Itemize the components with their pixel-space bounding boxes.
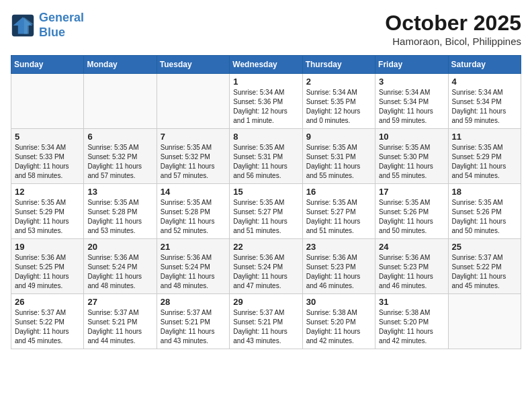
day-number: 24 — [379, 242, 444, 252]
day-info: Sunrise: 5:36 AM Sunset: 5:23 PM Dayligh… — [306, 253, 371, 291]
calendar-cell: 17Sunrise: 5:35 AM Sunset: 5:26 PM Dayli… — [375, 184, 448, 239]
calendar-cell: 24Sunrise: 5:36 AM Sunset: 5:23 PM Dayli… — [375, 239, 448, 294]
calendar-table: SundayMondayTuesdayWednesdayThursdayFrid… — [11, 55, 521, 349]
day-info: Sunrise: 5:37 AM Sunset: 5:21 PM Dayligh… — [87, 308, 152, 346]
day-number: 10 — [379, 132, 444, 142]
weekday-header-saturday: Saturday — [448, 56, 521, 74]
calendar-body: 1Sunrise: 5:34 AM Sunset: 5:36 PM Daylig… — [11, 74, 521, 349]
day-info: Sunrise: 5:35 AM Sunset: 5:27 PM Dayligh… — [233, 198, 298, 236]
day-info: Sunrise: 5:34 AM Sunset: 5:34 PM Dayligh… — [379, 88, 444, 126]
day-info: Sunrise: 5:38 AM Sunset: 5:20 PM Dayligh… — [379, 308, 444, 346]
day-number: 26 — [15, 297, 80, 307]
day-number: 16 — [306, 187, 371, 197]
day-number: 30 — [306, 297, 371, 307]
day-number: 8 — [233, 132, 298, 142]
calendar-cell — [11, 74, 84, 129]
calendar-cell: 19Sunrise: 5:36 AM Sunset: 5:25 PM Dayli… — [11, 239, 84, 294]
calendar-cell: 1Sunrise: 5:34 AM Sunset: 5:36 PM Daylig… — [230, 74, 302, 129]
calendar-cell: 20Sunrise: 5:36 AM Sunset: 5:24 PM Dayli… — [84, 239, 157, 294]
day-number: 4 — [452, 77, 517, 87]
day-number: 28 — [161, 297, 226, 307]
day-info: Sunrise: 5:34 AM Sunset: 5:34 PM Dayligh… — [452, 88, 517, 126]
day-number: 31 — [379, 297, 444, 307]
day-info: Sunrise: 5:38 AM Sunset: 5:20 PM Dayligh… — [306, 308, 371, 346]
calendar-cell: 10Sunrise: 5:35 AM Sunset: 5:30 PM Dayli… — [375, 129, 448, 184]
day-info: Sunrise: 5:34 AM Sunset: 5:35 PM Dayligh… — [306, 88, 371, 126]
day-number: 19 — [15, 242, 80, 252]
day-info: Sunrise: 5:36 AM Sunset: 5:24 PM Dayligh… — [161, 253, 226, 291]
calendar-header: SundayMondayTuesdayWednesdayThursdayFrid… — [11, 56, 521, 74]
day-number: 9 — [306, 132, 371, 142]
day-number: 11 — [452, 132, 517, 142]
day-info: Sunrise: 5:35 AM Sunset: 5:30 PM Dayligh… — [379, 143, 444, 181]
day-info: Sunrise: 5:35 AM Sunset: 5:29 PM Dayligh… — [15, 198, 80, 236]
day-info: Sunrise: 5:35 AM Sunset: 5:28 PM Dayligh… — [161, 198, 226, 236]
day-number: 15 — [233, 187, 298, 197]
calendar-cell: 5Sunrise: 5:34 AM Sunset: 5:33 PM Daylig… — [11, 129, 84, 184]
day-number: 13 — [87, 187, 152, 197]
day-number: 12 — [15, 187, 80, 197]
logo: General Blue — [11, 11, 84, 40]
day-info: Sunrise: 5:35 AM Sunset: 5:32 PM Dayligh… — [161, 143, 226, 181]
calendar-week-5: 26Sunrise: 5:37 AM Sunset: 5:22 PM Dayli… — [11, 294, 521, 349]
weekday-header-monday: Monday — [84, 56, 157, 74]
weekday-header-wednesday: Wednesday — [230, 56, 302, 74]
day-number: 21 — [161, 242, 226, 252]
day-number: 27 — [87, 297, 152, 307]
day-number: 3 — [379, 77, 444, 87]
calendar-week-1: 1Sunrise: 5:34 AM Sunset: 5:36 PM Daylig… — [11, 74, 521, 129]
day-info: Sunrise: 5:35 AM Sunset: 5:27 PM Dayligh… — [306, 198, 371, 236]
calendar-cell: 25Sunrise: 5:37 AM Sunset: 5:22 PM Dayli… — [448, 239, 521, 294]
day-info: Sunrise: 5:35 AM Sunset: 5:31 PM Dayligh… — [306, 143, 371, 181]
calendar-cell: 23Sunrise: 5:36 AM Sunset: 5:23 PM Dayli… — [302, 239, 375, 294]
logo-icon — [11, 13, 35, 38]
calendar-week-4: 19Sunrise: 5:36 AM Sunset: 5:25 PM Dayli… — [11, 239, 521, 294]
day-number: 25 — [452, 242, 517, 252]
day-info: Sunrise: 5:37 AM Sunset: 5:22 PM Dayligh… — [452, 253, 517, 291]
day-number: 5 — [15, 132, 80, 142]
day-number: 18 — [452, 187, 517, 197]
page-header: General Blue October 2025 Hamoraon, Bico… — [11, 11, 521, 47]
day-info: Sunrise: 5:35 AM Sunset: 5:32 PM Dayligh… — [87, 143, 152, 181]
day-info: Sunrise: 5:35 AM Sunset: 5:31 PM Dayligh… — [233, 143, 298, 181]
calendar-cell: 4Sunrise: 5:34 AM Sunset: 5:34 PM Daylig… — [448, 74, 521, 129]
calendar-cell: 15Sunrise: 5:35 AM Sunset: 5:27 PM Dayli… — [230, 184, 302, 239]
calendar-cell — [157, 74, 229, 129]
day-info: Sunrise: 5:35 AM Sunset: 5:29 PM Dayligh… — [452, 143, 517, 181]
day-info: Sunrise: 5:36 AM Sunset: 5:24 PM Dayligh… — [233, 253, 298, 291]
calendar-cell: 27Sunrise: 5:37 AM Sunset: 5:21 PM Dayli… — [84, 294, 157, 349]
day-number: 29 — [233, 297, 298, 307]
day-info: Sunrise: 5:34 AM Sunset: 5:33 PM Dayligh… — [15, 143, 80, 181]
calendar-cell: 11Sunrise: 5:35 AM Sunset: 5:29 PM Dayli… — [448, 129, 521, 184]
weekday-header-friday: Friday — [375, 56, 448, 74]
calendar-cell: 28Sunrise: 5:37 AM Sunset: 5:21 PM Dayli… — [157, 294, 229, 349]
day-number: 17 — [379, 187, 444, 197]
calendar-week-2: 5Sunrise: 5:34 AM Sunset: 5:33 PM Daylig… — [11, 129, 521, 184]
month-title: October 2025 — [385, 11, 521, 36]
day-info: Sunrise: 5:36 AM Sunset: 5:23 PM Dayligh… — [379, 253, 444, 291]
calendar-cell: 18Sunrise: 5:35 AM Sunset: 5:26 PM Dayli… — [448, 184, 521, 239]
calendar-cell: 22Sunrise: 5:36 AM Sunset: 5:24 PM Dayli… — [230, 239, 302, 294]
title-block: October 2025 Hamoraon, Bicol, Philippine… — [385, 11, 521, 47]
calendar-cell: 3Sunrise: 5:34 AM Sunset: 5:34 PM Daylig… — [375, 74, 448, 129]
day-number: 20 — [87, 242, 152, 252]
day-info: Sunrise: 5:35 AM Sunset: 5:28 PM Dayligh… — [87, 198, 152, 236]
weekday-header-sunday: Sunday — [11, 56, 84, 74]
day-number: 1 — [233, 77, 298, 87]
day-info: Sunrise: 5:37 AM Sunset: 5:21 PM Dayligh… — [161, 308, 226, 346]
day-number: 23 — [306, 242, 371, 252]
calendar-cell — [84, 74, 157, 129]
calendar-cell: 21Sunrise: 5:36 AM Sunset: 5:24 PM Dayli… — [157, 239, 229, 294]
calendar-cell: 6Sunrise: 5:35 AM Sunset: 5:32 PM Daylig… — [84, 129, 157, 184]
calendar-cell: 16Sunrise: 5:35 AM Sunset: 5:27 PM Dayli… — [302, 184, 375, 239]
weekday-header-thursday: Thursday — [302, 56, 375, 74]
day-number: 22 — [233, 242, 298, 252]
calendar-cell: 13Sunrise: 5:35 AM Sunset: 5:28 PM Dayli… — [84, 184, 157, 239]
calendar-cell: 26Sunrise: 5:37 AM Sunset: 5:22 PM Dayli… — [11, 294, 84, 349]
day-info: Sunrise: 5:35 AM Sunset: 5:26 PM Dayligh… — [452, 198, 517, 236]
calendar-cell: 14Sunrise: 5:35 AM Sunset: 5:28 PM Dayli… — [157, 184, 229, 239]
day-info: Sunrise: 5:36 AM Sunset: 5:24 PM Dayligh… — [87, 253, 152, 291]
day-number: 14 — [161, 187, 226, 197]
day-number: 6 — [87, 132, 152, 142]
day-info: Sunrise: 5:37 AM Sunset: 5:22 PM Dayligh… — [15, 308, 80, 346]
